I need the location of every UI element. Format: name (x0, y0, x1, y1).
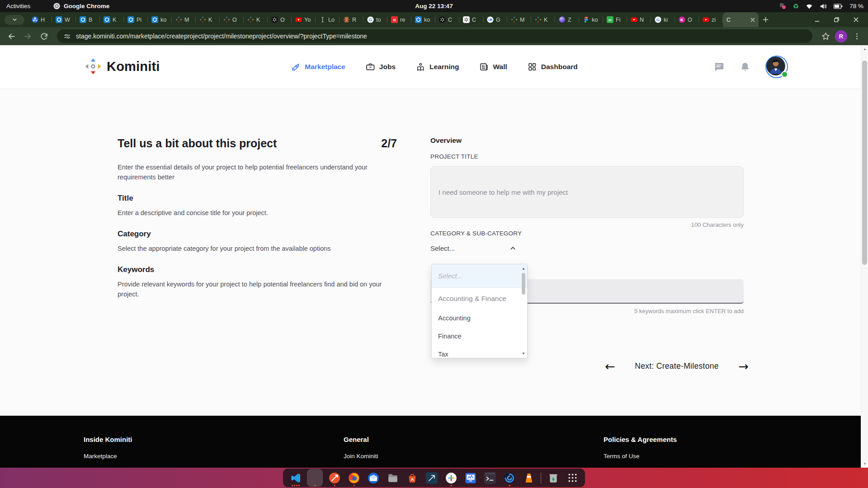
browser-tab-17[interactable]: ko (411, 12, 435, 27)
scrollbar-up-icon[interactable]: ▲ (861, 47, 868, 51)
browser-tab-11[interactable]: O (268, 12, 292, 27)
reload-icon[interactable] (37, 29, 51, 43)
browser-tab-active[interactable]: C (723, 12, 759, 27)
system-tray[interactable]: ♻78 % (779, 3, 863, 10)
browser-tab-23[interactable]: Z (555, 12, 579, 27)
browser-tab-5[interactable]: Pi (124, 12, 148, 27)
dropdown-option-placeholder[interactable]: Select... (432, 264, 527, 288)
browser-tab-28[interactable]: KO (675, 12, 699, 27)
dropdown-option-accounting-finance[interactable]: Accounting & Finance (432, 288, 527, 309)
focused-app-indicator[interactable]: Google Chrome (53, 3, 109, 9)
close-tab-icon[interactable] (750, 17, 755, 23)
page-scroll-thumb[interactable] (862, 61, 867, 265)
browser-tab-19[interactable]: C (459, 12, 483, 27)
browser-tab-14[interactable]: R (340, 12, 363, 27)
nav-item-learning[interactable]: Learning (415, 62, 459, 72)
activities-button[interactable]: Activities (6, 3, 30, 9)
back-icon[interactable] (5, 29, 18, 43)
browser-tab-6[interactable]: ko (148, 12, 172, 27)
browser-tab-9[interactable]: O (220, 12, 244, 27)
browser-tab-25[interactable]: jijiFi (603, 12, 627, 27)
bell-icon[interactable] (740, 61, 750, 72)
minimize-icon[interactable] (814, 17, 820, 23)
browser-tab-15[interactable]: Gto (363, 12, 387, 27)
nav-item-jobs[interactable]: Jobs (365, 62, 396, 72)
dock-vlc-icon[interactable] (521, 469, 536, 486)
dock-chrome-icon[interactable] (307, 469, 322, 486)
category-select[interactable]: Select... (430, 244, 516, 252)
bookmark-star-icon[interactable] (819, 29, 832, 43)
battery-icon[interactable] (834, 4, 843, 9)
clock[interactable]: Aug 22 13:47 (415, 3, 453, 9)
dock-thunderbird-icon[interactable] (366, 469, 381, 486)
browser-tab-26[interactable]: N (627, 12, 651, 27)
tab-search-button[interactable] (5, 15, 24, 25)
forward-icon[interactable] (21, 29, 34, 43)
dock-files-icon[interactable] (385, 469, 400, 486)
project-title-textarea[interactable]: I need someone to help me with my projec… (430, 166, 744, 218)
browser-menu-icon[interactable] (850, 29, 863, 43)
screenshot-tool-glyph (426, 472, 438, 484)
kominiti-logo[interactable]: Kominiti (84, 57, 160, 75)
browser-tab-16[interactable]: nre (387, 12, 411, 27)
browser-tab-22[interactable]: K (531, 12, 555, 27)
nav-item-marketplace[interactable]: Marketplace (290, 62, 345, 72)
new-tab-button[interactable] (759, 13, 772, 27)
browser-tab-10[interactable]: K (244, 12, 268, 27)
nav-item-dashboard[interactable]: Dashboard (527, 62, 578, 72)
page-scrollbar[interactable]: ▲ ▼ (861, 45, 868, 468)
footer-link-join-kominiti[interactable]: Join Kominiti (344, 453, 378, 460)
dock-terminal-icon[interactable] (482, 469, 497, 486)
footer-link-terms-of-use[interactable]: Terms of Use (604, 453, 677, 460)
user-avatar[interactable] (765, 56, 788, 78)
dock-vscode-icon[interactable] (288, 469, 303, 486)
dock-firefox-icon[interactable] (346, 469, 361, 486)
indicator-icon[interactable] (779, 3, 786, 9)
scrollbar-down-icon[interactable]: ▼ (861, 462, 868, 466)
dock-gnome-app-icon[interactable] (502, 469, 517, 486)
browser-tab-2[interactable]: W (52, 12, 76, 27)
browser-tab-18[interactable]: C (435, 12, 459, 27)
browser-tab-27[interactable]: Gki (651, 12, 675, 27)
dock-screenshot-tool-icon[interactable] (424, 469, 439, 486)
url-bar[interactable]: stage.kominiti.com/marketplace/createpro… (57, 29, 812, 43)
dropdown-scrollbar[interactable]: ▲ ▼ (521, 266, 526, 357)
dropdown-option-tax[interactable]: Tax (432, 345, 527, 358)
nav-item-wall[interactable]: Wall (479, 62, 507, 72)
dock-trash-icon[interactable] (546, 469, 561, 486)
chat-icon[interactable] (713, 61, 725, 73)
browser-tab-24[interactable]: ko (579, 12, 603, 27)
next-step-arrow[interactable]: → (738, 360, 749, 372)
next-step-label[interactable]: Next: Create-Milestone (635, 361, 719, 371)
recycle-icon[interactable]: ♻ (793, 3, 799, 9)
close-icon[interactable] (853, 17, 859, 23)
footer-link-marketplace[interactable]: Marketplace (84, 453, 132, 460)
browser-tab-8[interactable]: K (196, 12, 220, 27)
dock-monitor-app-icon[interactable] (463, 469, 478, 486)
wifi-icon[interactable] (806, 3, 813, 10)
dock-draw-tool-icon[interactable] (327, 469, 342, 486)
tab-title: H (41, 17, 45, 23)
dock-slack-icon[interactable] (443, 469, 458, 486)
browser-tab-29[interactable]: zi (699, 12, 723, 27)
site-settings-icon[interactable] (63, 33, 71, 40)
browser-tab-12[interactable]: Yo (292, 12, 316, 27)
browser-tab-1[interactable]: H (28, 12, 52, 27)
browser-tab-3[interactable]: B (76, 12, 100, 27)
dropdown-option-finance[interactable]: Finance (432, 327, 527, 345)
restore-icon[interactable] (834, 17, 840, 23)
browser-tab-21[interactable]: M (507, 12, 531, 27)
dropdown-option-accounting[interactable]: Accounting (432, 309, 527, 327)
dropdown-scroll-thumb[interactable] (522, 273, 525, 295)
dock-software-store-icon[interactable]: A (405, 469, 420, 486)
previous-step-arrow[interactable]: ← (605, 360, 615, 372)
volume-icon[interactable] (820, 3, 827, 10)
scroll-down-icon[interactable]: ▼ (521, 352, 526, 356)
browser-tab-7[interactable]: M (172, 12, 196, 27)
dock-app-grid-icon[interactable] (565, 469, 580, 486)
browser-tab-4[interactable]: K (100, 12, 124, 27)
scroll-up-icon[interactable]: ▲ (521, 267, 526, 271)
browser-tab-13[interactable]: Lo (316, 12, 340, 27)
browser-profile-avatar[interactable]: R (835, 30, 847, 42)
browser-tab-20[interactable]: G (483, 12, 507, 27)
